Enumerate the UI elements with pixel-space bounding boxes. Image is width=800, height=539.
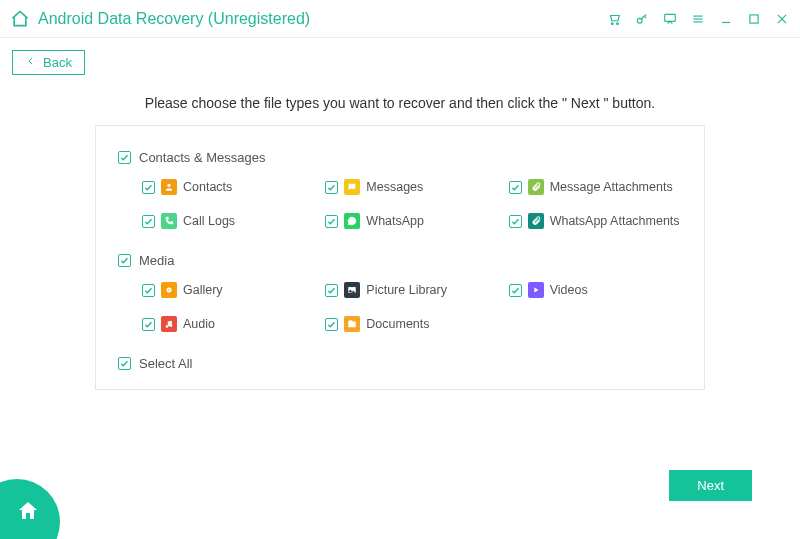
titlebar: Android Data Recovery (Unregistered): [0, 0, 800, 38]
section-media[interactable]: Media: [118, 253, 682, 268]
videos-icon: [528, 282, 544, 298]
select-all-label: Select All: [139, 356, 192, 371]
videos-label: Videos: [550, 283, 588, 297]
option-contacts[interactable]: Contacts: [142, 179, 315, 195]
call-logs-icon: [161, 213, 177, 229]
minimize-icon[interactable]: [718, 11, 734, 27]
contacts-icon: [161, 179, 177, 195]
whatsapp-icon: [344, 213, 360, 229]
checkbox-message-attachments[interactable]: [509, 181, 522, 194]
checkbox-section2[interactable]: [118, 254, 131, 267]
contacts-label: Contacts: [183, 180, 232, 194]
window-controls: [606, 11, 790, 27]
svg-point-1: [617, 22, 619, 24]
svg-point-13: [168, 289, 170, 291]
checkbox-select-all[interactable]: [118, 357, 131, 370]
svg-rect-8: [750, 14, 758, 22]
svg-point-0: [611, 22, 613, 24]
section1-title: Contacts & Messages: [139, 150, 265, 165]
footer: Next: [669, 470, 752, 501]
section2-title: Media: [139, 253, 174, 268]
checkbox-gallery[interactable]: [142, 284, 155, 297]
messages-label: Messages: [366, 180, 423, 194]
message-attachments-icon: [528, 179, 544, 195]
back-label: Back: [43, 55, 72, 70]
checkbox-messages[interactable]: [325, 181, 338, 194]
option-call-logs[interactable]: Call Logs: [142, 213, 315, 229]
option-whatsapp-attachments[interactable]: WhatsApp Attachments: [509, 213, 682, 229]
whatsapp-label: WhatsApp: [366, 214, 424, 228]
home-icon[interactable]: [10, 9, 30, 29]
picture-library-icon: [344, 282, 360, 298]
file-type-panel: Contacts & Messages Contacts Messages Me…: [95, 125, 705, 390]
picture-library-label: Picture Library: [366, 283, 447, 297]
checkbox-whatsapp-attachments[interactable]: [509, 215, 522, 228]
next-button[interactable]: Next: [669, 470, 752, 501]
checkbox-audio[interactable]: [142, 318, 155, 331]
checkbox-whatsapp[interactable]: [325, 215, 338, 228]
option-message-attachments[interactable]: Message Attachments: [509, 179, 682, 195]
app-title: Android Data Recovery (Unregistered): [38, 10, 310, 28]
section-contacts-messages[interactable]: Contacts & Messages: [118, 150, 682, 165]
svg-point-17: [170, 324, 173, 327]
corner-home-button[interactable]: [0, 479, 60, 539]
maximize-icon[interactable]: [746, 11, 762, 27]
gallery-icon: [161, 282, 177, 298]
svg-marker-15: [534, 288, 538, 293]
cart-icon[interactable]: [606, 11, 622, 27]
svg-rect-3: [665, 14, 676, 21]
checkbox-videos[interactable]: [509, 284, 522, 297]
call-logs-label: Call Logs: [183, 214, 235, 228]
message-attachments-label: Message Attachments: [550, 180, 673, 194]
close-icon[interactable]: [774, 11, 790, 27]
checkbox-call-logs[interactable]: [142, 215, 155, 228]
messages-icon: [344, 179, 360, 195]
section1-grid: Contacts Messages Message Attachments Ca…: [118, 179, 682, 229]
menu-icon[interactable]: [690, 11, 706, 27]
back-arrow-icon: [25, 55, 37, 70]
svg-point-16: [166, 325, 169, 328]
key-icon[interactable]: [634, 11, 650, 27]
checkbox-documents[interactable]: [325, 318, 338, 331]
feedback-icon[interactable]: [662, 11, 678, 27]
home-icon: [16, 499, 40, 523]
option-audio[interactable]: Audio: [142, 316, 315, 332]
instruction-text: Please choose the file types you want to…: [95, 83, 705, 125]
toolbar: Back: [0, 38, 800, 83]
audio-label: Audio: [183, 317, 215, 331]
svg-point-2: [637, 18, 642, 23]
option-picture-library[interactable]: Picture Library: [325, 282, 498, 298]
audio-icon: [161, 316, 177, 332]
option-messages[interactable]: Messages: [325, 179, 498, 195]
checkbox-section1[interactable]: [118, 151, 131, 164]
option-videos[interactable]: Videos: [509, 282, 682, 298]
checkbox-picture-library[interactable]: [325, 284, 338, 297]
select-all[interactable]: Select All: [118, 356, 682, 371]
checkbox-contacts[interactable]: [142, 181, 155, 194]
whatsapp-attachments-label: WhatsApp Attachments: [550, 214, 680, 228]
documents-icon: [344, 316, 360, 332]
gallery-label: Gallery: [183, 283, 223, 297]
option-gallery[interactable]: Gallery: [142, 282, 315, 298]
documents-label: Documents: [366, 317, 429, 331]
section2-grid: Gallery Picture Library Videos Audio Doc…: [118, 282, 682, 332]
option-documents[interactable]: Documents: [325, 316, 498, 332]
whatsapp-attachments-icon: [528, 213, 544, 229]
back-button[interactable]: Back: [12, 50, 85, 75]
option-whatsapp[interactable]: WhatsApp: [325, 213, 498, 229]
svg-point-11: [167, 184, 170, 187]
